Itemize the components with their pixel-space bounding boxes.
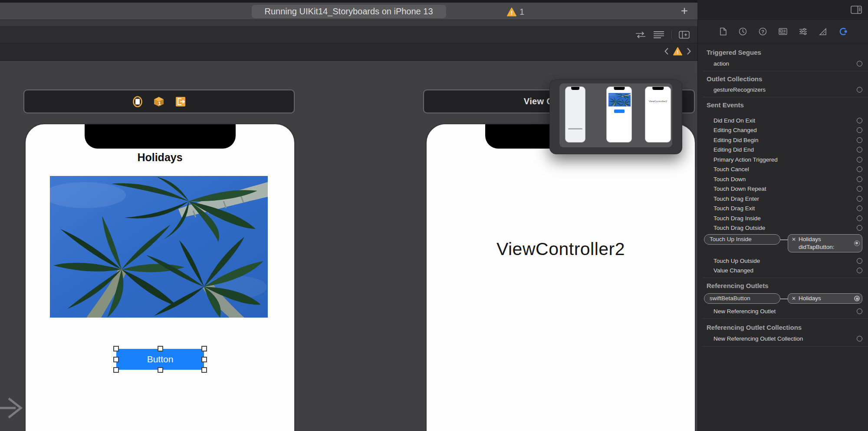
row-touch-drag-exit[interactable]: Touch Drag Exit (698, 204, 868, 214)
resize-handle[interactable] (201, 367, 207, 373)
active-tab[interactable]: Running UIKit14_Storyboards on iPhone 13 (251, 5, 446, 18)
row-touch-drag-enter[interactable]: Touch Drag Enter (698, 194, 868, 204)
tab-warning-badge[interactable]: 1 (507, 6, 524, 18)
resize-handle[interactable] (201, 346, 207, 351)
storyboard-canvas[interactable]: 1 View Controller2 Holidays Button Vie (0, 61, 697, 431)
line-list-icon[interactable] (653, 31, 664, 39)
initial-viewcontroller-arrow[interactable] (0, 396, 25, 420)
holidays-nav-title[interactable]: Holidays (26, 151, 294, 164)
storyboard-preview-panel[interactable]: ViewController2 (549, 80, 682, 154)
size-icon[interactable] (819, 28, 827, 36)
row-touch-down[interactable]: Touch Down (698, 174, 868, 184)
device-viewcontroller2[interactable]: ViewController2 (425, 123, 696, 431)
section-divider (702, 71, 868, 71)
connection-well-connected[interactable] (854, 241, 860, 246)
device-holidays[interactable]: Holidays Button (24, 123, 296, 431)
thumb-notch (571, 87, 580, 90)
connection-line (780, 239, 788, 240)
row-did-end-on-exit[interactable]: Did End On Exit (698, 116, 868, 126)
section-header-referencing-outlet-collections: Referencing Outlet Collections (698, 322, 868, 334)
resize-handle[interactable] (158, 367, 163, 373)
connection-well[interactable] (857, 61, 862, 66)
row-action[interactable]: action (698, 59, 868, 69)
row-new-referencing-outlet[interactable]: New Referencing Outlet (698, 306, 868, 316)
swap-arrows-icon[interactable] (635, 31, 646, 39)
scene-thumbnail-holidays[interactable] (606, 86, 632, 143)
file-icon[interactable] (720, 27, 727, 36)
row-touch-drag-inside[interactable]: Touch Drag Inside (698, 213, 868, 223)
connection-well[interactable] (857, 308, 862, 314)
row-touch-cancel[interactable]: Touch Cancel (698, 165, 868, 175)
connection-well[interactable] (857, 268, 862, 273)
connection-well[interactable] (857, 118, 862, 123)
connection-touch-up-inside: Touch Up Inside✕HolidaysdidTapButton: (698, 234, 868, 252)
scene-thumbnail-viewcontroller2[interactable]: ViewController2 (645, 86, 671, 143)
identity-icon[interactable] (779, 28, 787, 35)
add-editor-icon[interactable] (679, 31, 690, 39)
storyboard-button[interactable]: Button (116, 349, 204, 370)
connection-target-name: ✕Holidays (792, 235, 851, 243)
row-label: Touch Drag Enter (713, 196, 857, 202)
section-outlet-collections: Outlet CollectionsgestureRecognizers (698, 73, 868, 98)
connection-well[interactable] (857, 87, 862, 93)
toggle-inspector-icon[interactable] (851, 6, 862, 14)
first-responder-icon[interactable]: 1 (154, 96, 164, 107)
warning-icon[interactable] (673, 47, 682, 56)
connection-well[interactable] (857, 258, 862, 264)
row-editing-changed[interactable]: Editing Changed (698, 126, 868, 136)
row-label: action (713, 60, 857, 67)
row-label: Editing Changed (713, 127, 857, 133)
view-controller-icon[interactable] (133, 96, 142, 107)
connection-source-touch-up-inside[interactable]: Touch Up Inside (704, 234, 780, 245)
exit-icon[interactable] (175, 96, 186, 107)
connection-well[interactable] (857, 216, 862, 221)
row-value-changed[interactable]: Value Changed (698, 266, 868, 276)
row-label: Editing Did End (713, 146, 857, 153)
palm-trees-photo[interactable] (50, 176, 268, 318)
scene-thumbnail-1[interactable] (565, 86, 585, 143)
resize-handle[interactable] (113, 346, 119, 351)
connection-target-holidays[interactable]: ✕HolidaysdidTapButton: (788, 234, 862, 252)
connection-well[interactable] (857, 176, 862, 182)
connection-well-connected[interactable] (854, 296, 860, 302)
chevron-right-icon[interactable] (687, 47, 691, 55)
row-touch-down-repeat[interactable]: Touch Down Repeat (698, 184, 868, 194)
connection-well[interactable] (857, 166, 862, 172)
history-icon[interactable] (739, 27, 747, 36)
connection-source-swiftbetabutton[interactable]: swiftBetaButton (704, 293, 780, 304)
row-primary-action-triggered[interactable]: Primary Action Triggered (698, 155, 868, 165)
connection-well[interactable] (857, 137, 862, 143)
connection-well[interactable] (857, 206, 862, 211)
remove-connection-icon[interactable]: ✕ (792, 295, 799, 302)
thumb-palm-photo (608, 93, 631, 106)
add-tab-button[interactable]: + (674, 3, 694, 20)
editor-toolbar (0, 20, 697, 43)
connection-line (780, 298, 788, 299)
connection-well[interactable] (857, 225, 862, 231)
row-touch-drag-outside[interactable]: Touch Drag Outside (698, 223, 868, 233)
viewcontroller2-label[interactable]: ViewController2 (427, 239, 695, 259)
connection-well[interactable] (857, 186, 862, 192)
connection-well[interactable] (857, 127, 862, 133)
connection-well[interactable] (857, 147, 862, 153)
row-editing-did-begin[interactable]: Editing Did Begin (698, 135, 868, 145)
resize-handle[interactable] (158, 346, 163, 351)
resize-handle[interactable] (201, 357, 207, 362)
remove-connection-icon[interactable]: ✕ (792, 235, 799, 243)
connection-well[interactable] (857, 157, 862, 162)
chevron-left-icon[interactable] (664, 47, 669, 55)
row-editing-did-end[interactable]: Editing Did End (698, 145, 868, 155)
row-new-referencing-outlet-collection[interactable]: New Referencing Outlet Collection (698, 334, 868, 344)
help-icon[interactable]: ? (759, 27, 767, 36)
connection-target-holidays[interactable]: ✕Holidays (788, 293, 862, 304)
thumb-text-placeholder (568, 128, 582, 129)
attributes-icon[interactable] (799, 28, 807, 35)
resize-handle[interactable] (113, 367, 119, 373)
connection-well[interactable] (857, 336, 862, 341)
resize-handle[interactable] (113, 357, 119, 362)
connection-well[interactable] (857, 196, 862, 202)
row-gesturerecognizers[interactable]: gestureRecognizers (698, 85, 868, 95)
row-touch-up-outside[interactable]: Touch Up Outside (698, 256, 868, 266)
thumb-button (614, 109, 625, 113)
connections-icon[interactable] (838, 27, 847, 36)
